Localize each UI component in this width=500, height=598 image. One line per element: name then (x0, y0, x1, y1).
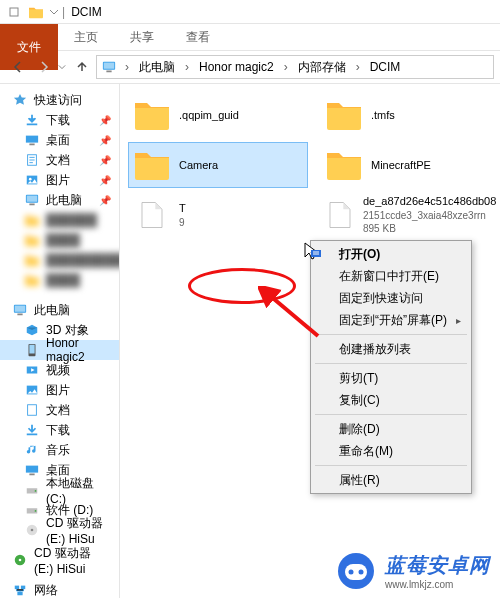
sidebar-item-blurred[interactable]: ████ (0, 270, 119, 290)
chevron-right-icon[interactable]: › (125, 60, 129, 74)
menu-copy[interactable]: 复制(C) (313, 389, 469, 411)
sidebar-item-blurred[interactable]: ██████████ (0, 250, 119, 270)
titlebar-folder-icon (28, 5, 44, 19)
sidebar-item-this-pc[interactable]: 此电脑 (0, 300, 119, 320)
tab-home[interactable]: 主页 (58, 24, 114, 50)
sidebar-item-documents2[interactable]: 文档 (0, 400, 119, 420)
svg-rect-16 (26, 466, 38, 473)
folder-item[interactable]: .tmfs (320, 92, 500, 138)
svg-rect-27 (21, 586, 25, 590)
sidebar-item-network[interactable]: 网络 (0, 580, 119, 598)
sidebar-label: 音乐 (46, 442, 70, 459)
folder-item[interactable]: MinecraftPE (320, 142, 500, 188)
menu-properties[interactable]: 属性(R) (313, 469, 469, 491)
pin-icon: 📌 (99, 135, 111, 146)
sidebar-item-desktop[interactable]: 桌面📌 (0, 130, 119, 150)
menu-separator (315, 334, 467, 335)
crumb-storage[interactable]: 内部存储 (296, 59, 348, 76)
sidebar-item-local-c[interactable]: 本地磁盘 (C:) (0, 480, 119, 500)
sidebar-item-pictures[interactable]: 图片📌 (0, 170, 119, 190)
window-menu-button[interactable] (4, 2, 24, 22)
pc-icon (12, 303, 28, 317)
file-size: 895 KB (363, 222, 496, 236)
crumb-dcim[interactable]: DCIM (368, 60, 403, 74)
menu-cut[interactable]: 剪切(T) (313, 367, 469, 389)
phone-icon (24, 343, 40, 357)
sidebar-item-music[interactable]: 音乐 (0, 440, 119, 460)
chevron-right-icon[interactable]: › (284, 60, 288, 74)
menu-open[interactable]: 打开(O) (313, 243, 469, 265)
title-dropdown[interactable] (48, 2, 60, 22)
svg-rect-15 (27, 434, 38, 436)
content-pane[interactable]: .qqpim_guid .tmfs Camera MinecraftPE T9 (120, 84, 500, 598)
star-icon (12, 93, 28, 107)
menu-open-new[interactable]: 在新窗口中打开(E) (313, 265, 469, 287)
sidebar-item-videos[interactable]: 视频 (0, 360, 119, 380)
watermark-text: 蓝莓安卓网 (385, 552, 490, 579)
chevron-right-icon[interactable]: › (356, 60, 360, 74)
sidebar-label: 桌面 (46, 132, 70, 149)
svg-rect-6 (29, 144, 34, 146)
up-button[interactable] (70, 55, 94, 79)
menu-label: 打开(O) (339, 246, 380, 263)
documents-icon (24, 403, 40, 417)
address-bar[interactable]: › 此电脑 › Honor magic2 › 内部存储 › DCIM (96, 55, 494, 79)
sidebar: 快速访问 下载📌 桌面📌 文档📌 图片📌 此电脑📌 ██████ █ (0, 84, 120, 598)
file-item[interactable]: de_a87d26e4c51c486db08 2151ccde3_3xaia48… (320, 192, 500, 238)
menu-playlist[interactable]: 创建播放列表 (313, 338, 469, 360)
sidebar-item-downloads2[interactable]: 下载 (0, 420, 119, 440)
drive-icon (24, 483, 40, 497)
watermark: 蓝莓安卓网 www.lmkjz.com (335, 550, 490, 592)
forward-button[interactable] (32, 55, 56, 79)
sidebar-item-pictures2[interactable]: 图片 (0, 380, 119, 400)
tab-view[interactable]: 查看 (170, 24, 226, 50)
back-button[interactable] (6, 55, 30, 79)
sidebar-label: ████ (46, 233, 80, 247)
file-name: MinecraftPE (371, 158, 431, 173)
svg-rect-26 (15, 586, 19, 590)
menu-rename[interactable]: 重命名(M) (313, 440, 469, 462)
pin-icon: 📌 (99, 115, 111, 126)
file-grid: .qqpim_guid .tmfs Camera MinecraftPE T9 (120, 92, 500, 238)
svg-point-23 (31, 529, 34, 532)
file-item[interactable]: T9 (128, 192, 308, 238)
folder-item-selected[interactable]: Camera (128, 142, 308, 188)
sidebar-item-blurred[interactable]: ██████ (0, 210, 119, 230)
network-icon (12, 583, 28, 597)
svg-rect-5 (26, 136, 38, 143)
menu-separator (315, 414, 467, 415)
cube-icon (24, 323, 40, 337)
crumb-device[interactable]: Honor magic2 (197, 60, 276, 74)
ribbon-tabs: 文件 主页 共享 查看 (0, 24, 500, 50)
menu-pin-quick[interactable]: 固定到快速访问 (313, 287, 469, 309)
svg-rect-14 (28, 405, 37, 416)
sidebar-item-cd-e2[interactable]: CD 驱动器 (E:) HiSui (0, 550, 119, 570)
sidebar-label: 文档 (46, 402, 70, 419)
sidebar-label: ██████████ (46, 253, 120, 267)
folder-icon (24, 273, 40, 287)
sidebar-item-quick-access[interactable]: 快速访问 (0, 90, 119, 110)
crumb-this-pc[interactable]: 此电脑 (137, 59, 177, 76)
context-menu: 打开(O) 在新窗口中打开(E) 固定到快速访问 固定到“开始”屏幕(P) 创建… (310, 240, 472, 494)
file-name: .tmfs (371, 108, 395, 123)
svg-rect-4 (27, 124, 38, 126)
watermark-url: www.lmkjz.com (385, 579, 490, 590)
title-bar: | DCIM (0, 0, 500, 24)
sidebar-item-honor[interactable]: Honor magic2 (0, 340, 119, 360)
sidebar-item-blurred[interactable]: ████ (0, 230, 119, 250)
tab-share[interactable]: 共享 (114, 24, 170, 50)
main-area: 快速访问 下载📌 桌面📌 文档📌 图片📌 此电脑📌 ██████ █ (0, 84, 500, 598)
folder-item[interactable]: .qqpim_guid (128, 92, 308, 138)
chevron-right-icon[interactable]: › (185, 60, 189, 74)
robot-icon (335, 550, 377, 592)
desktop-icon (24, 463, 40, 477)
sidebar-item-downloads[interactable]: 下载📌 (0, 110, 119, 130)
menu-pin-start[interactable]: 固定到“开始”屏幕(P) (313, 309, 469, 331)
menu-delete[interactable]: 删除(D) (313, 418, 469, 440)
sidebar-item-cd-e[interactable]: CD 驱动器 (E:) HiSu (0, 520, 119, 540)
file-name: Camera (179, 158, 218, 173)
sidebar-item-documents[interactable]: 文档📌 (0, 150, 119, 170)
pictures-icon (24, 383, 40, 397)
history-dropdown[interactable] (58, 60, 68, 74)
sidebar-item-this-pc-q[interactable]: 此电脑📌 (0, 190, 119, 210)
